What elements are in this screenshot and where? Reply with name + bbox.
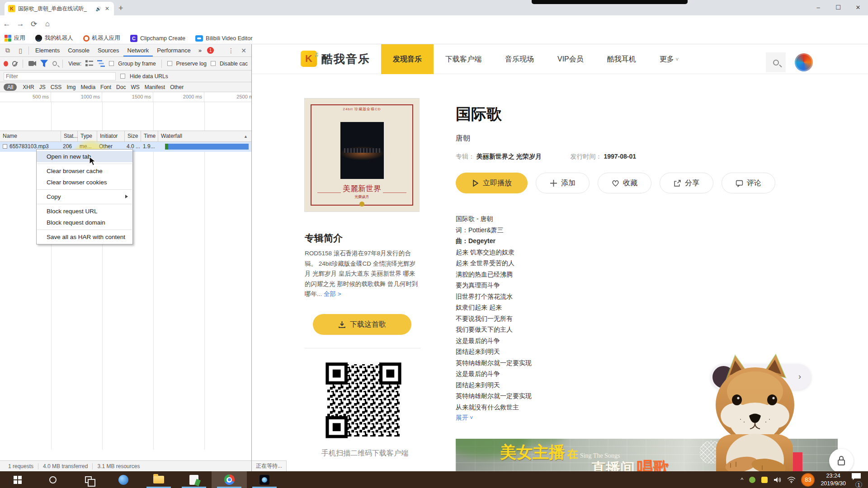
- waterfall-view-icon[interactable]: [97, 60, 105, 67]
- taskbar-app-browser[interactable]: [106, 471, 141, 488]
- more-tabs-icon[interactable]: »: [196, 47, 204, 54]
- album-cover[interactable]: 24bit 珍藏版金碟CD 美麗新世界 光榮歲月: [305, 99, 419, 211]
- kuwo-logo[interactable]: K 酷我音乐: [301, 51, 370, 67]
- type-filter[interactable]: JS: [39, 84, 46, 90]
- type-filter[interactable]: Other: [170, 84, 184, 90]
- group-by-frame-checkbox[interactable]: [109, 61, 114, 66]
- tray-expand-icon[interactable]: ^: [741, 476, 743, 483]
- menu-copy[interactable]: Copy: [37, 191, 132, 202]
- col-time[interactable]: Time: [141, 131, 158, 141]
- tab-audio-icon[interactable]: 🔊: [95, 6, 101, 11]
- play-button[interactable]: 立即播放: [456, 173, 528, 193]
- menu-open-in-new-tab[interactable]: Open in new tab: [37, 151, 132, 162]
- screenshot-camera-icon[interactable]: [28, 60, 36, 67]
- type-filter[interactable]: Doc: [116, 84, 126, 90]
- cortana-button[interactable]: [35, 471, 71, 488]
- tray-app-icon[interactable]: [761, 477, 768, 483]
- menu-block-request-domain[interactable]: Block request domain: [37, 217, 132, 228]
- album-intro-more-link[interactable]: 全部 >: [324, 291, 341, 297]
- browser-tab[interactable]: K 国际歌_唐朝_单曲在线试听_ 🔊 ✕: [5, 2, 114, 15]
- reload-icon[interactable]: ⟳: [27, 19, 41, 29]
- inspect-element-icon[interactable]: ⧉: [2, 47, 14, 54]
- devtools-kebab-icon[interactable]: ⋮: [225, 47, 237, 54]
- menu-clear-browser-cookies[interactable]: Clear browser cookies: [37, 177, 132, 188]
- type-filter[interactable]: WS: [131, 84, 139, 90]
- user-avatar[interactable]: [795, 53, 813, 71]
- type-filter[interactable]: CSS: [51, 84, 62, 90]
- col-size[interactable]: Size: [125, 131, 141, 141]
- taskbar-app-editor[interactable]: [176, 471, 212, 488]
- type-filter[interactable]: All: [4, 84, 17, 91]
- devtools-tab[interactable]: Elements: [31, 44, 64, 56]
- menu-block-request-url[interactable]: Block request URL: [37, 206, 132, 217]
- download-song-button[interactable]: 下载这首歌: [313, 314, 411, 335]
- device-toolbar-icon[interactable]: ▯: [14, 47, 26, 54]
- taskbar-app-recorder[interactable]: [247, 471, 282, 488]
- comment-button[interactable]: 评论: [722, 173, 775, 193]
- favorite-button[interactable]: 收藏: [598, 173, 651, 193]
- minimize-button[interactable]: –: [808, 0, 828, 14]
- site-search-button[interactable]: [766, 52, 786, 72]
- devtools-tab[interactable]: Sources: [94, 44, 123, 56]
- lock-button[interactable]: [829, 449, 854, 471]
- forward-icon[interactable]: →: [14, 19, 27, 28]
- bookmark-apps[interactable]: 应用: [5, 34, 25, 42]
- add-button[interactable]: 添加: [536, 173, 590, 193]
- menu-save-har[interactable]: Save all as HAR with content: [37, 231, 132, 243]
- nav-item[interactable]: VIP会员: [546, 44, 595, 74]
- list-view-icon[interactable]: [85, 60, 93, 67]
- devtools-tab[interactable]: Console: [64, 44, 94, 56]
- filter-funnel-icon[interactable]: [40, 60, 48, 67]
- tray-badge-83[interactable]: 83: [801, 473, 815, 487]
- error-badge[interactable]: 1: [207, 47, 214, 54]
- type-filter[interactable]: Manifest: [145, 84, 165, 90]
- task-view-button[interactable]: [71, 471, 106, 488]
- action-center-button[interactable]: 1: [852, 473, 863, 487]
- request-checkbox[interactable]: [3, 144, 7, 149]
- home-icon[interactable]: ⌂: [41, 19, 54, 28]
- type-filter[interactable]: Img: [66, 84, 75, 90]
- share-button[interactable]: 分享: [660, 173, 713, 193]
- start-button[interactable]: [0, 471, 35, 488]
- bookmark-bilibili[interactable]: Bilibili Video Editor: [195, 35, 252, 42]
- taskbar-clock[interactable]: 23:24 2019/9/30: [821, 472, 846, 488]
- bookmark-robot-app[interactable]: 机器人应用: [83, 34, 121, 42]
- col-waterfall[interactable]: Waterfall: [158, 131, 251, 141]
- nav-item[interactable]: 更多: [648, 44, 690, 74]
- back-icon[interactable]: ←: [0, 19, 14, 28]
- hide-data-urls-checkbox[interactable]: [120, 74, 125, 79]
- col-initiator[interactable]: Initiator: [97, 131, 125, 141]
- network-overview[interactable]: [0, 102, 251, 131]
- album-link[interactable]: 美丽新世界之 光荣岁月: [476, 153, 542, 160]
- taskbar-app-chrome[interactable]: [212, 471, 247, 488]
- devtools-tab[interactable]: Performance: [153, 44, 194, 56]
- new-tab-button[interactable]: +: [118, 4, 123, 13]
- bookmark-my-robot[interactable]: 我的机器人: [35, 34, 73, 42]
- tray-app-icon[interactable]: [749, 477, 755, 483]
- bookmark-clipchamp[interactable]: C Clipchamp Create: [130, 35, 185, 42]
- expand-lyrics-link[interactable]: 展开: [456, 414, 473, 422]
- clear-icon[interactable]: [12, 61, 17, 66]
- preserve-log-checkbox[interactable]: [167, 61, 172, 66]
- menu-clear-browser-cache[interactable]: Clear browser cache: [37, 165, 132, 177]
- maximize-button[interactable]: ☐: [828, 0, 848, 14]
- nav-item[interactable]: 发现音乐: [381, 44, 434, 74]
- disable-cache-checkbox[interactable]: [211, 61, 216, 66]
- network-icon[interactable]: [788, 477, 795, 483]
- nav-item[interactable]: 音乐现场: [493, 44, 546, 74]
- col-name[interactable]: Name: [0, 131, 61, 141]
- volume-icon[interactable]: [774, 476, 782, 483]
- filter-input[interactable]: [4, 72, 116, 80]
- devtools-tab[interactable]: Network: [123, 44, 153, 56]
- type-filter[interactable]: XHR: [23, 84, 34, 90]
- song-artist[interactable]: 唐朝: [456, 134, 470, 143]
- nav-item[interactable]: 酷我耳机: [595, 44, 648, 74]
- nav-item[interactable]: 下载客户端: [434, 44, 493, 74]
- type-filter[interactable]: Font: [100, 84, 111, 90]
- search-icon[interactable]: [52, 61, 57, 66]
- record-icon[interactable]: [4, 61, 8, 66]
- close-button[interactable]: ✕: [848, 0, 868, 14]
- taskbar-app-explorer[interactable]: [141, 471, 176, 488]
- tab-close-icon[interactable]: ✕: [104, 5, 110, 12]
- devtools-close-icon[interactable]: ✕: [238, 47, 250, 54]
